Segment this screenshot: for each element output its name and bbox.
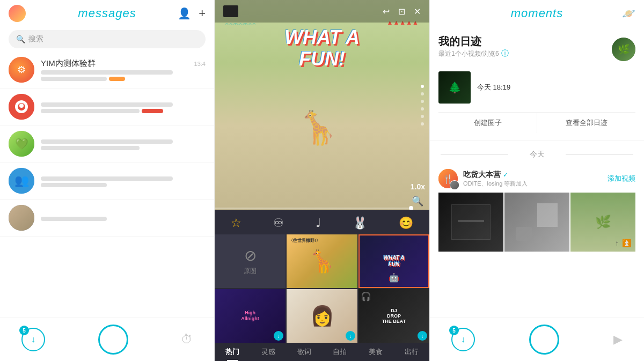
- tab-food[interactable]: 美食: [369, 347, 383, 357]
- dot: [421, 92, 424, 95]
- original-label: 原图: [244, 267, 257, 276]
- sticker-person[interactable]: 👩 ↓: [287, 289, 357, 343]
- overlay-line1: WHAT A: [284, 26, 360, 48]
- dot: [421, 85, 424, 88]
- messages-badge-button[interactable]: 5 ↓: [21, 328, 45, 351]
- today-label: 今天: [441, 150, 633, 159]
- today-section: 今天 🍴 吃货大: [430, 141, 644, 261]
- video-thumb-2[interactable]: [504, 193, 569, 252]
- timeline-handle[interactable]: [409, 206, 413, 210]
- circle-top: 🍴 吃货大本营 ✓ ODITE、losing 等新加入: [438, 169, 635, 188]
- add-icon[interactable]: +: [199, 6, 206, 20]
- video-tabs: 热门 灵感 歌词 自拍 美食 出行: [215, 343, 429, 361]
- refresh-icon[interactable]: ↩: [383, 6, 390, 17]
- download-icon: ↓: [346, 331, 355, 341]
- timer-button[interactable]: ▶: [613, 333, 623, 347]
- tab-trending[interactable]: 热门: [225, 347, 239, 357]
- search-video-icon[interactable]: 🔍: [412, 195, 423, 207]
- search-bar[interactable]: 🔍 搜索: [9, 30, 206, 48]
- list-item[interactable]: [0, 89, 214, 126]
- circle-name: 吃货大本营: [463, 170, 501, 180]
- filter-bar: ☆ ♾ ♩ 🐰 😊: [215, 210, 429, 234]
- people-filter-icon[interactable]: ♾: [273, 216, 284, 230]
- star-filter-icon[interactable]: ☆: [231, 216, 241, 230]
- moments-badge-button[interactable]: 5 ↓: [451, 328, 475, 351]
- close-icon[interactable]: ✕: [414, 6, 421, 17]
- avatar: [9, 205, 34, 231]
- messages-header: messages 👤 +: [0, 0, 214, 27]
- rabbit-filter-icon[interactable]: 🐰: [353, 216, 367, 230]
- diary-recent-item[interactable]: 🌲 今天 18:19: [438, 67, 635, 108]
- list-item[interactable]: 👥: [0, 163, 214, 200]
- avatar: ⚙: [9, 57, 34, 83]
- sticker-label: HighAllnight: [241, 310, 259, 322]
- diary-top: 我的日迹 最近1个小视频/浏览6 ⓘ 🌿: [438, 34, 635, 64]
- message-content: [41, 215, 206, 221]
- circle-avatar-secondary: [450, 180, 459, 190]
- moments-bottom-bar: 5 ↓ ▶: [430, 318, 644, 361]
- diary-thumbnail: 🌲: [438, 71, 471, 104]
- video-thumbnail-grid: 🌿 ↑ ⏫: [438, 193, 635, 252]
- message-time: 13:4: [194, 61, 206, 67]
- video-thumb-3[interactable]: 🌿 ↑ ⏫: [570, 193, 635, 252]
- diary-avatar[interactable]: 🌿: [612, 38, 635, 61]
- diary-title: 我的日迹: [438, 34, 509, 49]
- info-icon[interactable]: ⓘ: [501, 49, 509, 58]
- list-item[interactable]: [0, 200, 214, 237]
- overlay-line2: FUN!: [299, 48, 345, 70]
- message-list: ⚙ YIM内测体验群 13:4: [0, 51, 214, 318]
- message-badge: 5: [19, 326, 29, 335]
- avatar: [9, 94, 34, 120]
- circle-members: ODITE、losing 等新加入: [463, 180, 528, 188]
- dot: [421, 122, 424, 126]
- circle-item: 🍴 吃货大本营 ✓ ODITE、losing 等新加入: [430, 164, 644, 257]
- moments-badge: 5: [449, 326, 459, 335]
- speed-indicator[interactable]: 1.0x: [411, 182, 425, 191]
- diary-subtitle: 最近1个小视频/浏览6 ⓘ: [438, 49, 509, 58]
- add-video-button[interactable]: 添加视频: [608, 174, 635, 183]
- crop-icon[interactable]: ⊡: [398, 6, 405, 17]
- no-filter-icon: ⊘: [244, 247, 257, 264]
- emoji-filter-icon[interactable]: 😊: [399, 216, 413, 230]
- list-item[interactable]: ⚙ YIM内测体验群 13:4: [0, 51, 214, 89]
- circle-info: 🍴 吃货大本营 ✓ ODITE、losing 等新加入: [438, 169, 528, 188]
- timer-button[interactable]: ⏱: [181, 333, 193, 347]
- messages-bottom-bar: 5 ↓ ⏱: [0, 318, 214, 361]
- sticker-label: DJDROPTHE BEAT: [382, 308, 406, 324]
- tab-lyrics[interactable]: 歌词: [297, 347, 311, 357]
- avatar: 💚: [9, 131, 34, 157]
- moments-header: moments 🪐: [430, 0, 644, 27]
- header-icons: 👤 +: [178, 6, 206, 20]
- planet-icon[interactable]: 🪐: [622, 7, 635, 20]
- tab-selfie[interactable]: 自拍: [333, 347, 347, 357]
- diary-actions: 创建圈子 查看全部日迹: [438, 112, 635, 133]
- video-preview: 🦒 〰〰〰 ▲▲▲▲▲ WHAT A FUN! 1.0x 🔍: [215, 0, 429, 210]
- scroll-dots: [421, 85, 424, 126]
- tab-inspiration[interactable]: 灵感: [261, 347, 275, 357]
- sticker-dj[interactable]: DJDROPTHE BEAT 🎧 ↓: [358, 289, 429, 343]
- message-content: [41, 138, 206, 150]
- view-all-button[interactable]: 查看全部日迹: [537, 113, 635, 133]
- create-circle-button[interactable]: 创建圈子: [438, 113, 537, 133]
- sticker-high-allnight[interactable]: HighAllnight ↓: [215, 289, 286, 343]
- video-text-overlay: WHAT A FUN!: [284, 27, 360, 69]
- moments-title: moments: [511, 6, 563, 20]
- sticker-original[interactable]: ⊘ 原图: [215, 234, 286, 288]
- record-button[interactable]: [98, 325, 128, 355]
- sticker-what-a-fun[interactable]: WHAT AFUN 🤖: [358, 234, 429, 288]
- messages-title: messages: [78, 6, 136, 20]
- record-button[interactable]: [529, 325, 559, 355]
- user-avatar[interactable]: [9, 5, 26, 22]
- down-arrow-icon: ↓: [31, 335, 35, 344]
- list-item[interactable]: 💚: [0, 126, 214, 163]
- video-top-bar: ↩ ⊡ ✕: [215, 0, 429, 23]
- tab-travel[interactable]: 出行: [405, 347, 419, 357]
- sticker-giraffe[interactable]: 🦒 〈往世界撒野!〉: [287, 234, 357, 288]
- contacts-icon[interactable]: 👤: [178, 7, 191, 20]
- dot: [421, 115, 424, 118]
- avatar: 👥: [9, 168, 34, 194]
- play-icon: ▶: [613, 333, 623, 346]
- video-thumb-1[interactable]: [438, 193, 503, 252]
- message-content: YIM内测体验群 13:4: [41, 58, 206, 81]
- music-filter-icon[interactable]: ♩: [316, 216, 321, 230]
